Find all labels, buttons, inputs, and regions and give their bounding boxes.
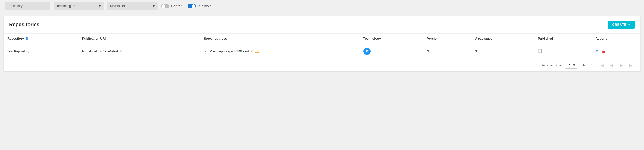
items-per-page-wrapper: 10 5 25 50 ▼ <box>565 62 577 69</box>
col-publication-uri: Publication URI <box>78 34 200 44</box>
server-address-text: http://oa-rdepot-repo:8080/r-test <box>204 50 249 53</box>
col-actions-label: Actions <box>596 37 607 40</box>
items-per-page-label: Items per page <box>541 64 561 67</box>
create-button-label: CREATE <box>612 23 626 27</box>
cell-name: Test Repository <box>4 44 78 59</box>
published-toggle-item: Published <box>188 4 212 9</box>
maintainer-select-wrapper: Maintainer ▼ <box>108 2 158 10</box>
pagination-row: Items per page 10 5 25 50 ▼ 1-1 of 1 |◀ … <box>4 59 640 71</box>
cell-publication-uri: http://localhost/repo/r-test ⧉ <box>78 44 200 59</box>
repositories-table: Repository ⇅ Publication URI Server addr… <box>4 34 640 59</box>
cell-packages: 3 <box>472 44 534 59</box>
col-repository-label: Repository <box>7 37 24 40</box>
items-per-page-select[interactable]: 10 5 25 50 <box>565 62 577 69</box>
filter-bar: Technologies ▼ Maintainer ▼ Deleted Publ… <box>0 0 644 12</box>
version-value: 3 <box>427 50 429 53</box>
main-card: Repositories CREATE + Repository ⇅ Publi… <box>4 16 640 71</box>
delete-button[interactable]: 🗑 <box>602 49 606 54</box>
cell-published: ☐ <box>534 44 592 59</box>
copy-server-address-icon[interactable]: ⧉ <box>251 49 253 53</box>
deleted-toggle-knob <box>162 4 165 8</box>
prev-page-button[interactable]: ◀ <box>609 62 615 69</box>
page-title: Repositories <box>9 22 40 28</box>
table-header-row: Repository ⇅ Publication URI Server addr… <box>4 34 640 44</box>
plus-icon: + <box>628 23 630 27</box>
warning-icon: ⚠ <box>255 49 259 54</box>
published-toggle-knob <box>192 4 195 8</box>
publication-uri-text: http://localhost/repo/r-test <box>82 50 118 53</box>
create-button[interactable]: CREATE + <box>608 21 635 29</box>
page-info: 1-1 of 1 <box>583 64 593 67</box>
table-row: Test Repository http://localhost/repo/r-… <box>4 44 640 59</box>
copy-publication-uri-icon[interactable]: ⧉ <box>120 49 122 53</box>
repository-filter-input[interactable] <box>4 2 50 10</box>
col-version: Version <box>424 34 472 44</box>
cell-version: 3 <box>424 44 472 59</box>
toggle-group: Deleted Published <box>161 4 212 9</box>
deleted-toggle[interactable] <box>161 4 169 9</box>
packages-value: 3 <box>475 50 477 53</box>
col-actions: Actions <box>592 34 640 44</box>
published-toggle[interactable] <box>188 4 196 9</box>
col-packages-label: # packages <box>475 37 492 40</box>
publish-toggle-icon[interactable]: ☐ <box>538 48 542 54</box>
cell-actions: ✎ 🗑 <box>592 44 640 59</box>
last-page-button[interactable]: ▶| <box>628 62 635 69</box>
col-packages: # packages <box>472 34 534 44</box>
col-repository: Repository ⇅ <box>4 34 78 44</box>
sort-icon[interactable]: ⇅ <box>26 37 28 40</box>
technologies-select[interactable]: Technologies <box>54 2 104 10</box>
col-published: Published <box>534 34 592 44</box>
edit-button[interactable]: ✎ <box>596 49 599 54</box>
cell-technology: R <box>360 44 424 59</box>
col-technology: Technology <box>360 34 424 44</box>
technology-badge: R <box>363 48 370 55</box>
col-version-label: Version <box>427 37 439 40</box>
col-publication-uri-label: Publication URI <box>82 37 106 40</box>
technologies-select-wrapper: Technologies ▼ <box>54 2 104 10</box>
deleted-label: Deleted <box>171 4 182 8</box>
col-server-address: Server address <box>200 34 360 44</box>
published-label: Published <box>198 4 212 8</box>
col-technology-label: Technology <box>363 37 381 40</box>
maintainer-select[interactable]: Maintainer <box>108 2 158 10</box>
main-header: Repositories CREATE + <box>4 16 640 34</box>
cell-server-address: http://oa-rdepot-repo:8080/r-test ⧉ ⚠ <box>200 44 360 59</box>
col-published-label: Published <box>538 37 553 40</box>
repo-name: Test Repository <box>7 50 29 53</box>
deleted-toggle-item: Deleted <box>161 4 182 9</box>
first-page-button[interactable]: |◀ <box>598 62 605 69</box>
next-page-button[interactable]: ▶ <box>618 62 624 69</box>
col-server-address-label: Server address <box>204 37 227 40</box>
